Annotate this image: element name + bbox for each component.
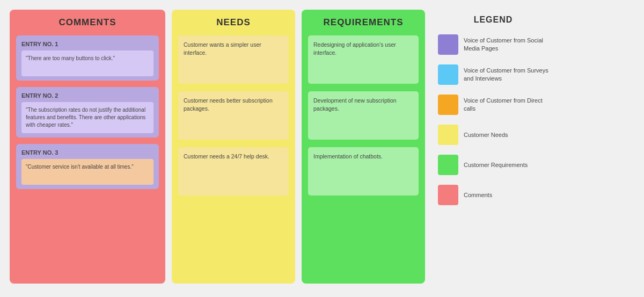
comments-title: COMMENTS xyxy=(16,17,159,28)
entry-body-1: "There are too many buttons to click." xyxy=(21,50,153,76)
legend-label-1: Voice of Customer from Social Media Page… xyxy=(464,37,548,53)
legend-item-2: Voice of Customer from Surveys and Inter… xyxy=(438,64,548,85)
legend-swatch-6 xyxy=(438,185,458,205)
legend-item-4: Customer Needs xyxy=(438,125,548,145)
legend-swatch-2 xyxy=(438,64,458,85)
req-card-1: Redesigning of application's user interf… xyxy=(308,35,419,84)
legend-label-5: Customer Requirements xyxy=(464,161,528,169)
need-card-1: Customer wants a simpler user interface. xyxy=(178,35,289,84)
legend-item-6: Comments xyxy=(438,185,548,205)
legend-column: LEGEND Voice of Customer from Social Med… xyxy=(431,10,555,220)
entry-title-2: ENTRY NO. 2 xyxy=(21,92,153,99)
needs-title: NEEDS xyxy=(178,17,289,28)
legend-swatch-5 xyxy=(438,155,458,175)
entry-card-1: ENTRY NO. 1 "There are too many buttons … xyxy=(16,35,159,81)
legend-label-6: Comments xyxy=(464,191,492,199)
need-card-3: Customer needs a 24/7 help desk. xyxy=(178,147,289,195)
entry-card-2: ENTRY NO. 2 "The subscription rates do n… xyxy=(16,87,159,137)
entry-body-2: "The subscription rates do not justify t… xyxy=(21,102,153,133)
comments-column: COMMENTS ENTRY NO. 1 "There are too many… xyxy=(10,10,165,284)
entry-title-3: ENTRY NO. 3 xyxy=(21,149,153,156)
legend-label-2: Voice of Customer from Surveys and Inter… xyxy=(464,67,548,83)
main-container: COMMENTS ENTRY NO. 1 "There are too many… xyxy=(0,0,644,297)
legend-swatch-1 xyxy=(438,34,458,55)
requirements-title: REQUIREMENTS xyxy=(308,17,419,28)
req-card-3: Implementation of chatbots. xyxy=(308,147,419,195)
legend-swatch-3 xyxy=(438,95,458,115)
needs-column: NEEDS Customer wants a simpler user inte… xyxy=(172,10,295,284)
legend-swatch-4 xyxy=(438,125,458,145)
requirements-column: REQUIREMENTS Redesigning of application'… xyxy=(302,10,425,284)
entry-title-1: ENTRY NO. 1 xyxy=(21,41,153,47)
legend-label-4: Customer Needs xyxy=(464,131,508,139)
entry-card-3: ENTRY NO. 3 "Customer service isn't avai… xyxy=(16,144,159,189)
legend-item-3: Voice of Customer from Direct calls xyxy=(438,95,548,115)
legend-item-5: Customer Requirements xyxy=(438,155,548,175)
legend-label-3: Voice of Customer from Direct calls xyxy=(464,97,548,113)
req-card-2: Development of new subscription packages… xyxy=(308,91,419,140)
legend-title: LEGEND xyxy=(438,15,548,25)
legend-item-1: Voice of Customer from Social Media Page… xyxy=(438,34,548,55)
need-card-2: Customer needs better subscription packa… xyxy=(178,91,289,140)
entry-body-3: "Customer service isn't available at all… xyxy=(21,159,153,185)
